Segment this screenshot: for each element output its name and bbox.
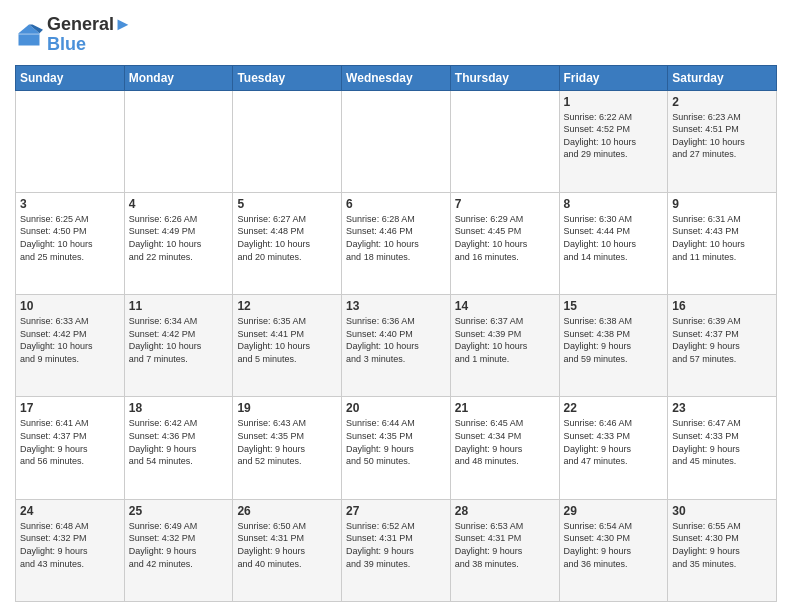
calendar-cell: 3Sunrise: 6:25 AM Sunset: 4:50 PM Daylig… — [16, 192, 125, 294]
day-info: Sunrise: 6:35 AM Sunset: 4:41 PM Dayligh… — [237, 315, 337, 365]
day-number: 29 — [564, 504, 664, 518]
calendar-row-4: 24Sunrise: 6:48 AM Sunset: 4:32 PM Dayli… — [16, 499, 777, 601]
day-number: 24 — [20, 504, 120, 518]
calendar-cell: 30Sunrise: 6:55 AM Sunset: 4:30 PM Dayli… — [668, 499, 777, 601]
calendar-row-3: 17Sunrise: 6:41 AM Sunset: 4:37 PM Dayli… — [16, 397, 777, 499]
day-info: Sunrise: 6:29 AM Sunset: 4:45 PM Dayligh… — [455, 213, 555, 263]
calendar-cell: 8Sunrise: 6:30 AM Sunset: 4:44 PM Daylig… — [559, 192, 668, 294]
weekday-saturday: Saturday — [668, 65, 777, 90]
calendar-cell: 7Sunrise: 6:29 AM Sunset: 4:45 PM Daylig… — [450, 192, 559, 294]
day-number: 3 — [20, 197, 120, 211]
weekday-thursday: Thursday — [450, 65, 559, 90]
weekday-header-row: SundayMondayTuesdayWednesdayThursdayFrid… — [16, 65, 777, 90]
day-info: Sunrise: 6:54 AM Sunset: 4:30 PM Dayligh… — [564, 520, 664, 570]
calendar-body: 1Sunrise: 6:22 AM Sunset: 4:52 PM Daylig… — [16, 90, 777, 601]
calendar-cell: 16Sunrise: 6:39 AM Sunset: 4:37 PM Dayli… — [668, 295, 777, 397]
calendar-header: SundayMondayTuesdayWednesdayThursdayFrid… — [16, 65, 777, 90]
day-number: 14 — [455, 299, 555, 313]
page: General► Blue SundayMondayTuesdayWednesd… — [0, 0, 792, 612]
calendar-cell — [233, 90, 342, 192]
day-number: 18 — [129, 401, 229, 415]
day-info: Sunrise: 6:25 AM Sunset: 4:50 PM Dayligh… — [20, 213, 120, 263]
day-info: Sunrise: 6:34 AM Sunset: 4:42 PM Dayligh… — [129, 315, 229, 365]
day-number: 11 — [129, 299, 229, 313]
calendar-cell: 1Sunrise: 6:22 AM Sunset: 4:52 PM Daylig… — [559, 90, 668, 192]
day-info: Sunrise: 6:44 AM Sunset: 4:35 PM Dayligh… — [346, 417, 446, 467]
calendar-row-0: 1Sunrise: 6:22 AM Sunset: 4:52 PM Daylig… — [16, 90, 777, 192]
day-number: 30 — [672, 504, 772, 518]
calendar-cell: 12Sunrise: 6:35 AM Sunset: 4:41 PM Dayli… — [233, 295, 342, 397]
day-info: Sunrise: 6:43 AM Sunset: 4:35 PM Dayligh… — [237, 417, 337, 467]
calendar-cell: 25Sunrise: 6:49 AM Sunset: 4:32 PM Dayli… — [124, 499, 233, 601]
weekday-friday: Friday — [559, 65, 668, 90]
day-info: Sunrise: 6:41 AM Sunset: 4:37 PM Dayligh… — [20, 417, 120, 467]
calendar-cell: 11Sunrise: 6:34 AM Sunset: 4:42 PM Dayli… — [124, 295, 233, 397]
logo-text: General► Blue — [47, 15, 132, 55]
calendar-cell: 22Sunrise: 6:46 AM Sunset: 4:33 PM Dayli… — [559, 397, 668, 499]
header: General► Blue — [15, 15, 777, 55]
calendar-cell: 20Sunrise: 6:44 AM Sunset: 4:35 PM Dayli… — [342, 397, 451, 499]
day-info: Sunrise: 6:50 AM Sunset: 4:31 PM Dayligh… — [237, 520, 337, 570]
calendar-cell — [16, 90, 125, 192]
weekday-wednesday: Wednesday — [342, 65, 451, 90]
day-info: Sunrise: 6:46 AM Sunset: 4:33 PM Dayligh… — [564, 417, 664, 467]
calendar-cell: 21Sunrise: 6:45 AM Sunset: 4:34 PM Dayli… — [450, 397, 559, 499]
day-number: 27 — [346, 504, 446, 518]
day-info: Sunrise: 6:53 AM Sunset: 4:31 PM Dayligh… — [455, 520, 555, 570]
calendar-cell — [342, 90, 451, 192]
day-number: 8 — [564, 197, 664, 211]
day-number: 6 — [346, 197, 446, 211]
day-info: Sunrise: 6:49 AM Sunset: 4:32 PM Dayligh… — [129, 520, 229, 570]
day-info: Sunrise: 6:30 AM Sunset: 4:44 PM Dayligh… — [564, 213, 664, 263]
calendar-cell: 9Sunrise: 6:31 AM Sunset: 4:43 PM Daylig… — [668, 192, 777, 294]
day-number: 19 — [237, 401, 337, 415]
calendar-row-1: 3Sunrise: 6:25 AM Sunset: 4:50 PM Daylig… — [16, 192, 777, 294]
calendar-cell: 18Sunrise: 6:42 AM Sunset: 4:36 PM Dayli… — [124, 397, 233, 499]
calendar-cell: 24Sunrise: 6:48 AM Sunset: 4:32 PM Dayli… — [16, 499, 125, 601]
weekday-tuesday: Tuesday — [233, 65, 342, 90]
weekday-sunday: Sunday — [16, 65, 125, 90]
day-info: Sunrise: 6:52 AM Sunset: 4:31 PM Dayligh… — [346, 520, 446, 570]
day-number: 23 — [672, 401, 772, 415]
day-number: 28 — [455, 504, 555, 518]
day-info: Sunrise: 6:36 AM Sunset: 4:40 PM Dayligh… — [346, 315, 446, 365]
calendar-cell: 4Sunrise: 6:26 AM Sunset: 4:49 PM Daylig… — [124, 192, 233, 294]
calendar-cell: 13Sunrise: 6:36 AM Sunset: 4:40 PM Dayli… — [342, 295, 451, 397]
weekday-monday: Monday — [124, 65, 233, 90]
calendar-cell: 23Sunrise: 6:47 AM Sunset: 4:33 PM Dayli… — [668, 397, 777, 499]
day-number: 21 — [455, 401, 555, 415]
svg-rect-2 — [19, 33, 40, 35]
day-info: Sunrise: 6:55 AM Sunset: 4:30 PM Dayligh… — [672, 520, 772, 570]
day-number: 2 — [672, 95, 772, 109]
calendar-row-2: 10Sunrise: 6:33 AM Sunset: 4:42 PM Dayli… — [16, 295, 777, 397]
calendar-cell: 26Sunrise: 6:50 AM Sunset: 4:31 PM Dayli… — [233, 499, 342, 601]
logo: General► Blue — [15, 15, 132, 55]
day-number: 4 — [129, 197, 229, 211]
day-number: 20 — [346, 401, 446, 415]
day-number: 22 — [564, 401, 664, 415]
day-number: 9 — [672, 197, 772, 211]
day-info: Sunrise: 6:27 AM Sunset: 4:48 PM Dayligh… — [237, 213, 337, 263]
day-number: 7 — [455, 197, 555, 211]
day-info: Sunrise: 6:37 AM Sunset: 4:39 PM Dayligh… — [455, 315, 555, 365]
calendar-cell: 28Sunrise: 6:53 AM Sunset: 4:31 PM Dayli… — [450, 499, 559, 601]
day-number: 17 — [20, 401, 120, 415]
calendar-cell: 17Sunrise: 6:41 AM Sunset: 4:37 PM Dayli… — [16, 397, 125, 499]
day-info: Sunrise: 6:38 AM Sunset: 4:38 PM Dayligh… — [564, 315, 664, 365]
calendar-cell: 2Sunrise: 6:23 AM Sunset: 4:51 PM Daylig… — [668, 90, 777, 192]
calendar-table: SundayMondayTuesdayWednesdayThursdayFrid… — [15, 65, 777, 602]
calendar-cell: 14Sunrise: 6:37 AM Sunset: 4:39 PM Dayli… — [450, 295, 559, 397]
day-info: Sunrise: 6:33 AM Sunset: 4:42 PM Dayligh… — [20, 315, 120, 365]
day-info: Sunrise: 6:31 AM Sunset: 4:43 PM Dayligh… — [672, 213, 772, 263]
calendar-cell — [124, 90, 233, 192]
day-number: 5 — [237, 197, 337, 211]
calendar-cell: 5Sunrise: 6:27 AM Sunset: 4:48 PM Daylig… — [233, 192, 342, 294]
calendar-cell: 15Sunrise: 6:38 AM Sunset: 4:38 PM Dayli… — [559, 295, 668, 397]
day-number: 25 — [129, 504, 229, 518]
day-number: 13 — [346, 299, 446, 313]
day-info: Sunrise: 6:48 AM Sunset: 4:32 PM Dayligh… — [20, 520, 120, 570]
calendar-cell: 27Sunrise: 6:52 AM Sunset: 4:31 PM Dayli… — [342, 499, 451, 601]
day-info: Sunrise: 6:23 AM Sunset: 4:51 PM Dayligh… — [672, 111, 772, 161]
day-info: Sunrise: 6:45 AM Sunset: 4:34 PM Dayligh… — [455, 417, 555, 467]
day-number: 16 — [672, 299, 772, 313]
